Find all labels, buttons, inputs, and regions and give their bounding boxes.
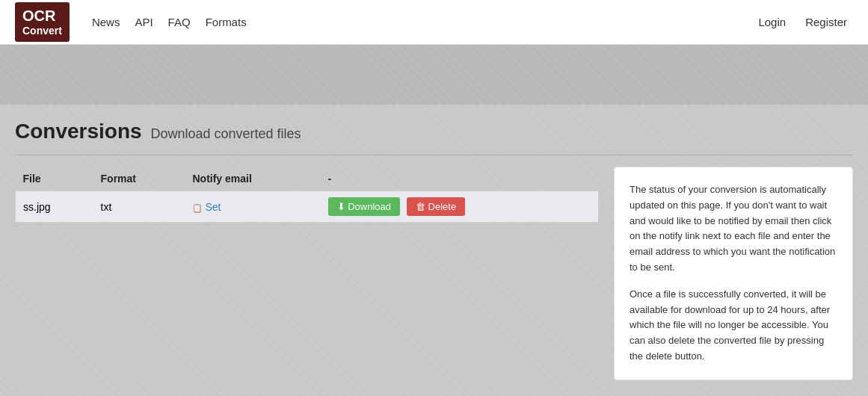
col-notify: Notify email xyxy=(185,167,320,191)
trash-icon xyxy=(416,201,428,212)
logo-ocr: OCR xyxy=(22,7,62,25)
header-right: Login Register xyxy=(752,12,853,32)
delete-button[interactable]: Delete xyxy=(407,197,465,216)
nav-formats[interactable]: Formats xyxy=(206,12,247,32)
content-layout: File Format Notify email - ss.jpg txt 📋S… xyxy=(15,167,853,380)
main-nav: News API FAQ Formats xyxy=(92,12,753,32)
col-actions: - xyxy=(321,167,599,191)
download-icon xyxy=(337,201,348,212)
nav-faq[interactable]: FAQ xyxy=(168,12,191,32)
table-row: ss.jpg txt 📋Set Download xyxy=(16,191,599,223)
table-header-row: File Format Notify email - xyxy=(16,167,599,191)
cell-actions: Download Delete xyxy=(321,191,599,223)
table-body: ss.jpg txt 📋Set Download xyxy=(16,191,599,223)
page-subtitle: Download converted files xyxy=(151,126,301,141)
col-file: File xyxy=(16,167,93,191)
logo-convert: Convert xyxy=(22,25,62,37)
nav-news[interactable]: News xyxy=(92,12,120,32)
cell-file: ss.jpg xyxy=(16,191,93,223)
logo-box: OCR Convert xyxy=(15,2,70,42)
table-header: File Format Notify email - xyxy=(16,167,599,191)
register-link[interactable]: Register xyxy=(799,12,853,32)
info-para2: Once a file is successfully converted, i… xyxy=(630,287,837,365)
download-button[interactable]: Download xyxy=(328,197,400,216)
external-icon: 📋 xyxy=(192,203,203,212)
page-title-section: Conversions Download converted files xyxy=(15,120,853,155)
cell-notify: 📋Set xyxy=(185,191,320,223)
info-box: The status of your conversion is automat… xyxy=(614,167,853,380)
conversions-table: File Format Notify email - ss.jpg txt 📋S… xyxy=(15,167,599,223)
login-link[interactable]: Login xyxy=(752,12,792,32)
table-section: File Format Notify email - ss.jpg txt 📋S… xyxy=(15,167,599,223)
cell-format: txt xyxy=(93,191,185,223)
page-title: Conversions xyxy=(15,120,142,143)
info-para1: The status of your conversion is automat… xyxy=(630,182,837,276)
hero-banner xyxy=(0,45,868,105)
notify-set-link[interactable]: 📋Set xyxy=(192,201,221,213)
header: OCR Convert News API FAQ Formats Login R… xyxy=(0,0,868,45)
col-format: Format xyxy=(93,167,185,191)
logo[interactable]: OCR Convert xyxy=(15,2,70,42)
nav-api[interactable]: API xyxy=(135,12,153,32)
main-content: Conversions Download converted files Fil… xyxy=(0,105,868,396)
